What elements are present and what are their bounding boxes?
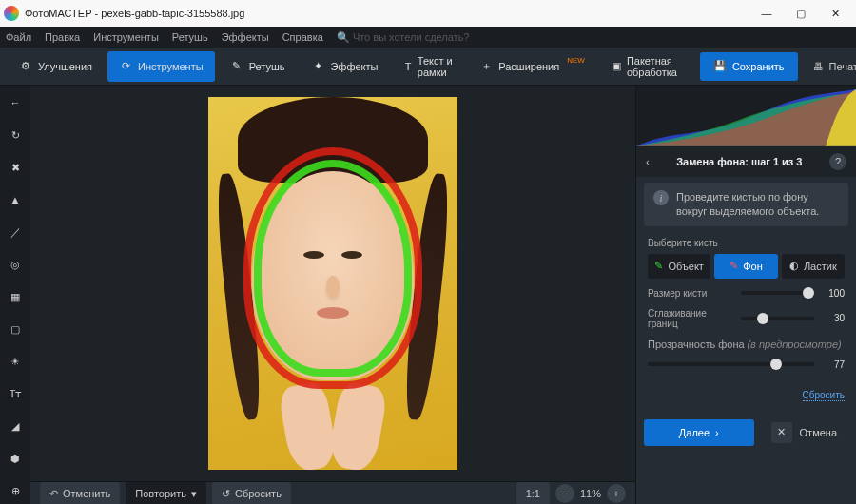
print-icon: 🖶 [813, 61, 824, 72]
sliders-icon: ⚙ [19, 60, 32, 73]
radial-icon[interactable]: ◎ [6, 255, 25, 274]
brush-object-tab[interactable]: ✎Объект [648, 254, 710, 279]
chevron-down-icon: ▾ [191, 488, 197, 500]
panel-header: ‹ Замена фона: шаг 1 из 3 ? [636, 146, 856, 177]
edge-label: Сглаживание границ [648, 308, 733, 329]
reset-button[interactable]: ↺Сбросить [212, 482, 291, 504]
stamp-icon[interactable]: ▲ [6, 190, 25, 209]
menu-edit[interactable]: Правка [45, 31, 80, 43]
bg-brush-icon: ✎ [730, 260, 738, 272]
save-button[interactable]: 💾Сохранить [700, 52, 798, 81]
print-button[interactable]: 🖶Печать [802, 52, 856, 81]
text-icon: T [404, 60, 411, 73]
menu-tools[interactable]: Инструменты [93, 31, 159, 43]
fill-icon[interactable]: ◢ [6, 417, 25, 436]
plus-icon: ＋ [479, 60, 493, 73]
menu-effects[interactable]: Эффекты [222, 31, 269, 43]
reset-link[interactable]: Сбросить [803, 390, 845, 401]
info-icon: i [653, 190, 669, 205]
save-icon: 💾 [713, 60, 727, 72]
opacity-slider[interactable] [648, 362, 814, 366]
redo-button[interactable]: Повторить▾ [126, 482, 206, 504]
tab-retouch[interactable]: ✎Ретушь [219, 51, 297, 82]
close-button[interactable]: ✕ [818, 0, 852, 27]
brush-tool-icon[interactable]: ／ [6, 223, 25, 242]
crop-icon: ⟳ [119, 60, 132, 73]
object-brush-icon: ✎ [654, 260, 663, 272]
menu-help[interactable]: Справка [282, 31, 323, 43]
minimize-button[interactable]: — [749, 0, 784, 27]
globe-icon[interactable]: ⊕ [6, 481, 25, 500]
panel-title: Замена фона: шаг 1 из 3 [657, 156, 822, 167]
new-badge: NEW [567, 56, 585, 65]
undo-button[interactable]: ↶Отменить [40, 482, 120, 504]
zoom-out-button[interactable]: − [555, 484, 574, 503]
reset-icon: ↺ [222, 488, 230, 500]
shape-icon[interactable]: ⬢ [6, 449, 25, 468]
menu-search[interactable]: 🔍 Что вы хотели сделать? [337, 31, 850, 44]
size-value: 100 [822, 288, 845, 299]
size-label: Размер кисти [648, 288, 733, 299]
zoom-value: 11% [580, 488, 601, 499]
back-icon[interactable]: ← [6, 93, 25, 112]
tab-text[interactable]: TТекст и рамки [393, 51, 464, 82]
histogram [636, 86, 856, 146]
titlebar: ФотоМАСТЕР - pexels-gabb-tapic-3155588.j… [0, 0, 856, 27]
rotate-icon[interactable]: ↻ [6, 126, 25, 145]
size-slider[interactable] [741, 291, 814, 295]
maximize-button[interactable]: ▢ [784, 0, 818, 27]
main-toolbar: ⚙Улучшения ⟳Инструменты ✎Ретушь ✦Эффекты… [0, 48, 856, 86]
right-panel: ‹ Замена фона: шаг 1 из 3 ? i Проведите … [635, 86, 856, 504]
statusbar: ↶Отменить Повторить▾ ↺Сбросить 1:1 − 11%… [30, 481, 635, 504]
brush-icon: ✎ [230, 60, 243, 73]
brush-eraser-tab[interactable]: ◐Ластик [782, 254, 845, 279]
menubar: Файл Правка Инструменты Ретушь Эффекты С… [0, 27, 856, 48]
vignette-icon[interactable]: ▢ [6, 320, 25, 339]
panel-back-button[interactable]: ‹ [646, 156, 650, 167]
left-toolbar: ← ↻ ✖ ▲ ／ ◎ ▦ ▢ ☀ Tᴛ ◢ ⬢ ⊕ [0, 86, 30, 504]
zoom-ratio-button[interactable]: 1:1 [516, 482, 550, 504]
grid-icon[interactable]: ▦ [6, 287, 25, 306]
edge-slider[interactable] [741, 317, 814, 320]
tab-effects[interactable]: ✦Эффекты [300, 51, 389, 82]
sun-icon[interactable]: ☀ [6, 352, 25, 371]
cancel-button[interactable]: ✕Отмена [760, 419, 848, 446]
tab-extensions[interactable]: ＋РасширенияNEW [468, 51, 596, 82]
image-preview [208, 97, 457, 470]
tab-batch[interactable]: ▣Пакетная обработка [600, 51, 692, 82]
app-logo-icon [4, 6, 19, 21]
window-title: ФотоМАСТЕР - pexels-gabb-tapic-3155588.j… [25, 8, 749, 19]
brush-label: Выберите кисть [648, 238, 845, 248]
tab-enhance[interactable]: ⚙Улучшения [8, 51, 104, 82]
eraser-icon: ◐ [789, 260, 799, 272]
undo-icon: ↶ [49, 488, 58, 500]
wand-icon: ✦ [311, 60, 324, 73]
hint-box: i Проведите кистью по фону вокруг выделя… [644, 183, 848, 226]
menu-retouch[interactable]: Ретушь [172, 31, 208, 43]
edge-value: 30 [822, 313, 845, 323]
help-button[interactable]: ? [829, 153, 846, 170]
stack-icon: ▣ [612, 60, 621, 73]
tab-tools[interactable]: ⟳Инструменты [107, 51, 215, 82]
opacity-label: Прозрачность фона (в предпросмотре) [648, 339, 842, 350]
heal-icon[interactable]: ✖ [6, 158, 25, 177]
object-selection-outline [254, 160, 412, 377]
chevron-right-icon: › [715, 427, 719, 438]
brush-bg-tab[interactable]: ✎Фон [714, 254, 777, 279]
opacity-value: 77 [822, 359, 845, 370]
zoom-in-button[interactable]: + [607, 484, 626, 503]
menu-file[interactable]: Файл [6, 31, 31, 43]
close-icon: ✕ [771, 422, 792, 443]
next-button[interactable]: Далее› [644, 419, 754, 446]
text-tool-icon[interactable]: Tᴛ [6, 384, 25, 403]
canvas[interactable] [30, 86, 635, 481]
